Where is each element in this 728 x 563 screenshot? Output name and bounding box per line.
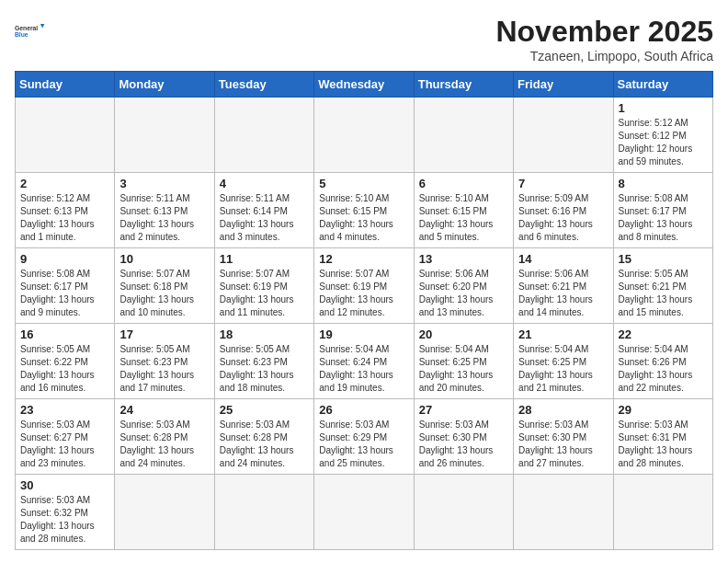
day-13: 13 Sunrise: 5:06 AMSunset: 6:20 PMDaylig… xyxy=(414,248,513,324)
logo: General Blue xyxy=(15,15,48,48)
calendar-row-4: 16 Sunrise: 5:05 AMSunset: 6:22 PMDaylig… xyxy=(16,324,713,399)
day-1: 1 Sunrise: 5:12 AMSunset: 6:12 PMDayligh… xyxy=(613,98,712,173)
day-15: 15 Sunrise: 5:05 AMSunset: 6:21 PMDaylig… xyxy=(613,248,712,324)
header-sunday: Sunday xyxy=(16,72,115,98)
day-29: 29 Sunrise: 5:03 AMSunset: 6:31 PMDaylig… xyxy=(613,399,712,475)
header-tuesday: Tuesday xyxy=(214,72,313,98)
empty-cell xyxy=(115,475,214,550)
svg-marker-2 xyxy=(40,24,45,29)
svg-text:General: General xyxy=(15,25,38,31)
day-23: 23 Sunrise: 5:03 AMSunset: 6:27 PMDaylig… xyxy=(16,399,115,475)
svg-text:Blue: Blue xyxy=(15,31,28,38)
month-title: November 2025 xyxy=(495,15,713,49)
day-30: 30 Sunrise: 5:03 AMSunset: 6:32 PMDaylig… xyxy=(16,475,115,550)
empty-cell xyxy=(214,475,313,550)
empty-cell xyxy=(314,475,414,550)
day-27: 27 Sunrise: 5:03 AMSunset: 6:30 PMDaylig… xyxy=(414,399,513,475)
day-1-info: Sunrise: 5:12 AMSunset: 6:12 PMDaylight:… xyxy=(619,117,708,168)
day-6: 6 Sunrise: 5:10 AMSunset: 6:15 PMDayligh… xyxy=(414,173,513,248)
day-5: 5 Sunrise: 5:10 AMSunset: 6:15 PMDayligh… xyxy=(314,173,414,248)
logo-icon: General Blue xyxy=(15,15,48,48)
weekday-header-row: Sunday Monday Tuesday Wednesday Thursday… xyxy=(16,72,713,98)
day-17: 17 Sunrise: 5:05 AMSunset: 6:23 PMDaylig… xyxy=(115,324,214,399)
calendar-row-6: 30 Sunrise: 5:03 AMSunset: 6:32 PMDaylig… xyxy=(16,475,713,550)
day-12: 12 Sunrise: 5:07 AMSunset: 6:19 PMDaylig… xyxy=(314,248,414,324)
day-4: 4 Sunrise: 5:11 AMSunset: 6:14 PMDayligh… xyxy=(214,173,313,248)
empty-cell xyxy=(414,98,513,173)
header-saturday: Saturday xyxy=(613,72,712,98)
location: Tzaneen, Limpopo, South Africa xyxy=(495,49,713,63)
empty-cell xyxy=(214,98,313,173)
day-25: 25 Sunrise: 5:03 AMSunset: 6:28 PMDaylig… xyxy=(214,399,313,475)
calendar-table: Sunday Monday Tuesday Wednesday Thursday… xyxy=(15,71,713,550)
day-22: 22 Sunrise: 5:04 AMSunset: 6:26 PMDaylig… xyxy=(613,324,712,399)
day-26: 26 Sunrise: 5:03 AMSunset: 6:29 PMDaylig… xyxy=(314,399,414,475)
day-11: 11 Sunrise: 5:07 AMSunset: 6:19 PMDaylig… xyxy=(214,248,313,324)
day-19: 19 Sunrise: 5:04 AMSunset: 6:24 PMDaylig… xyxy=(314,324,414,399)
empty-cell xyxy=(314,98,414,173)
day-7: 7 Sunrise: 5:09 AMSunset: 6:16 PMDayligh… xyxy=(514,173,613,248)
day-24: 24 Sunrise: 5:03 AMSunset: 6:28 PMDaylig… xyxy=(115,399,214,475)
day-14: 14 Sunrise: 5:06 AMSunset: 6:21 PMDaylig… xyxy=(514,248,613,324)
day-2: 2 Sunrise: 5:12 AMSunset: 6:13 PMDayligh… xyxy=(16,173,115,248)
empty-cell xyxy=(613,475,712,550)
day-3: 3 Sunrise: 5:11 AMSunset: 6:13 PMDayligh… xyxy=(115,173,214,248)
empty-cell xyxy=(115,98,214,173)
header-friday: Friday xyxy=(514,72,613,98)
calendar-row-5: 23 Sunrise: 5:03 AMSunset: 6:27 PMDaylig… xyxy=(16,399,713,475)
day-20: 20 Sunrise: 5:04 AMSunset: 6:25 PMDaylig… xyxy=(414,324,513,399)
header-thursday: Thursday xyxy=(414,72,513,98)
page-header: General Blue November 2025 Tzaneen, Limp… xyxy=(15,15,713,63)
day-28: 28 Sunrise: 5:03 AMSunset: 6:30 PMDaylig… xyxy=(514,399,613,475)
day-10: 10 Sunrise: 5:07 AMSunset: 6:18 PMDaylig… xyxy=(115,248,214,324)
empty-cell xyxy=(514,98,613,173)
calendar-row-2: 2 Sunrise: 5:12 AMSunset: 6:13 PMDayligh… xyxy=(16,173,713,248)
empty-cell xyxy=(514,475,613,550)
title-block: November 2025 Tzaneen, Limpopo, South Af… xyxy=(495,15,713,63)
header-wednesday: Wednesday xyxy=(314,72,414,98)
day-9: 9 Sunrise: 5:08 AMSunset: 6:17 PMDayligh… xyxy=(16,248,115,324)
calendar-row-1: 1 Sunrise: 5:12 AMSunset: 6:12 PMDayligh… xyxy=(16,98,713,173)
header-monday: Monday xyxy=(115,72,214,98)
calendar-row-3: 9 Sunrise: 5:08 AMSunset: 6:17 PMDayligh… xyxy=(16,248,713,324)
day-18: 18 Sunrise: 5:05 AMSunset: 6:23 PMDaylig… xyxy=(214,324,313,399)
day-21: 21 Sunrise: 5:04 AMSunset: 6:25 PMDaylig… xyxy=(514,324,613,399)
day-8: 8 Sunrise: 5:08 AMSunset: 6:17 PMDayligh… xyxy=(613,173,712,248)
day-16: 16 Sunrise: 5:05 AMSunset: 6:22 PMDaylig… xyxy=(16,324,115,399)
empty-cell xyxy=(414,475,513,550)
empty-cell xyxy=(16,98,115,173)
